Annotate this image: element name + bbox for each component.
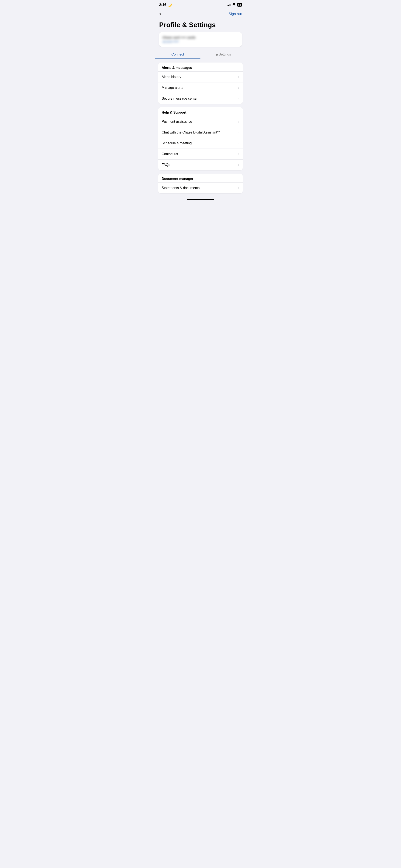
statements-documents-item[interactable]: Statements & documents › — [158, 182, 243, 193]
faqs-item[interactable]: FAQs › — [158, 159, 243, 170]
chevron-right-icon: › — [238, 97, 239, 100]
chevron-right-icon: › — [238, 86, 239, 90]
sign-out-button[interactable]: Sign out — [229, 12, 242, 16]
back-button[interactable]: < — [159, 10, 164, 18]
chat-digital-assistant-item[interactable]: Chat with the Chase Digital AssistantSM … — [158, 127, 243, 138]
alerts-history-item[interactable]: Alerts history › — [158, 71, 243, 82]
chevron-right-icon: › — [238, 130, 239, 134]
statements-documents-label: Statements & documents — [162, 186, 200, 190]
tab-bar: Connect Settings — [155, 50, 246, 59]
alerts-messages-section: Alerts & messages Alerts history › Manag… — [158, 63, 243, 104]
account-card[interactable]: Chase card ••••• cards account •••••• — [159, 32, 242, 46]
chevron-right-icon: › — [238, 152, 239, 156]
tab-settings[interactable]: Settings — [200, 50, 246, 59]
tab-dot — [216, 54, 218, 56]
tab-connect[interactable]: Connect — [155, 50, 200, 59]
help-support-section: Help & Support Payment assistance › Chat… — [158, 107, 243, 170]
manage-alerts-item[interactable]: Manage alerts › — [158, 82, 243, 93]
document-manager-section: Document manager Statements & documents … — [158, 174, 243, 193]
page-title-section: Profile & Settings — [155, 20, 246, 32]
status-time: 2:16 🌙 — [159, 3, 172, 7]
chevron-right-icon: › — [238, 141, 239, 145]
chevron-right-icon: › — [238, 120, 239, 124]
secure-message-center-item[interactable]: Secure message center › — [158, 93, 243, 104]
chevron-right-icon: › — [238, 75, 239, 79]
account-name: Chase card ••••• cards — [163, 36, 238, 39]
home-bar — [187, 199, 214, 200]
document-manager-header: Document manager — [158, 174, 243, 182]
account-number: account •••••• — [163, 40, 238, 43]
signal-icon — [227, 3, 231, 6]
payment-assistance-item[interactable]: Payment assistance › — [158, 116, 243, 127]
page-title: Profile & Settings — [159, 21, 242, 29]
help-support-header: Help & Support — [158, 107, 243, 116]
schedule-meeting-item[interactable]: Schedule a meeting › — [158, 138, 243, 149]
status-icons: 54 — [227, 3, 242, 6]
status-bar: 2:16 🌙 54 — [155, 0, 246, 9]
secure-message-center-label: Secure message center — [162, 97, 198, 100]
manage-alerts-label: Manage alerts — [162, 86, 183, 90]
battery-icon: 54 — [237, 3, 242, 6]
top-nav: < Sign out — [155, 9, 246, 20]
chat-digital-assistant-label: Chat with the Chase Digital AssistantSM — [162, 130, 220, 134]
alerts-messages-header: Alerts & messages — [158, 63, 243, 71]
wifi-icon — [232, 3, 236, 6]
faqs-label: FAQs — [162, 163, 170, 167]
chevron-right-icon: › — [238, 163, 239, 167]
payment-assistance-label: Payment assistance — [162, 120, 192, 124]
schedule-meeting-label: Schedule a meeting — [162, 141, 192, 145]
chevron-right-icon: › — [238, 186, 239, 190]
contact-us-item[interactable]: Contact us › — [158, 149, 243, 159]
contact-us-label: Contact us — [162, 152, 178, 156]
alerts-history-label: Alerts history — [162, 75, 181, 79]
home-indicator — [155, 197, 246, 202]
